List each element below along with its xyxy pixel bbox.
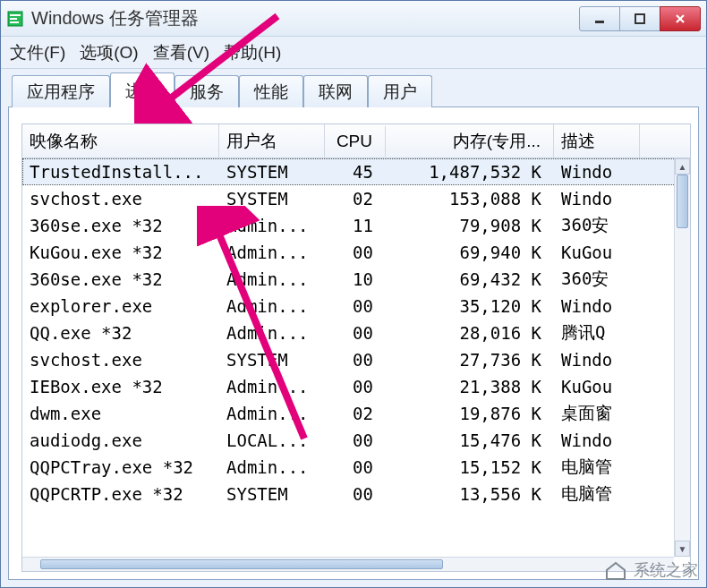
cell-desc: 360安 bbox=[554, 212, 640, 239]
col-user[interactable]: 用户名 bbox=[219, 124, 325, 158]
tab-performance[interactable]: 性能 bbox=[239, 75, 303, 107]
cell-user: Admin... bbox=[219, 321, 325, 345]
cell-img: IEBox.exe *32 bbox=[22, 375, 219, 398]
watermark: 系统之家 bbox=[603, 559, 698, 581]
scroll-down-icon[interactable]: ▼ bbox=[675, 541, 690, 557]
cell-desc: 腾讯Q bbox=[554, 320, 640, 346]
cell-desc: 电脑管 bbox=[554, 481, 640, 507]
cell-user: Admin... bbox=[219, 294, 325, 318]
cell-desc: Windo bbox=[554, 187, 640, 210]
menu-file[interactable]: 文件(F) bbox=[10, 41, 65, 64]
process-table: 映像名称 用户名 CPU 内存(专用... 描述 TrustedInstall.… bbox=[21, 124, 691, 572]
cell-desc: 电脑管 bbox=[554, 454, 640, 481]
table-row[interactable]: explorer.exeAdmin...0035,120 KWindo bbox=[22, 293, 690, 320]
table-row[interactable]: svchost.exeSYSTEM02153,088 KWindo bbox=[22, 185, 690, 212]
cell-user: SYSTEM bbox=[219, 160, 325, 183]
cell-mem: 1,487,532 K bbox=[386, 160, 554, 183]
menu-options[interactable]: 选项(O) bbox=[80, 41, 138, 64]
scroll-up-icon[interactable]: ▲ bbox=[675, 158, 690, 175]
cell-desc: KuGou bbox=[554, 375, 640, 398]
maximize-button[interactable] bbox=[619, 6, 660, 31]
table-row[interactable]: QQPCRTP.exe *32SYSTEM0013,556 K电脑管 bbox=[22, 481, 690, 507]
tab-applications[interactable]: 应用程序 bbox=[12, 75, 110, 107]
cell-mem: 19,876 K bbox=[386, 402, 554, 425]
cell-img: audiodg.exe bbox=[22, 429, 219, 452]
close-icon bbox=[674, 13, 686, 25]
hscroll-thumb[interactable] bbox=[40, 559, 443, 569]
cell-user: LOCAL... bbox=[219, 429, 325, 452]
minimize-icon bbox=[593, 13, 606, 25]
cell-img: svchost.exe bbox=[22, 187, 219, 210]
titlebar[interactable]: Windows 任务管理器 bbox=[1, 1, 706, 37]
svg-rect-5 bbox=[635, 14, 644, 23]
col-cpu[interactable]: CPU bbox=[325, 126, 386, 157]
cell-cpu: 00 bbox=[325, 456, 386, 479]
cell-img: 360se.exe *32 bbox=[22, 214, 219, 237]
svg-rect-4 bbox=[595, 21, 604, 23]
tab-services[interactable]: 服务 bbox=[175, 75, 239, 107]
close-button[interactable] bbox=[660, 6, 701, 31]
col-mem[interactable]: 内存(专用... bbox=[386, 124, 554, 158]
tab-body: 映像名称 用户名 CPU 内存(专用... 描述 TrustedInstall.… bbox=[8, 107, 699, 580]
window-buttons bbox=[580, 6, 701, 31]
menubar: 文件(F) 选项(O) 查看(V) 帮助(H) bbox=[1, 37, 706, 69]
cell-user: Admin... bbox=[219, 456, 325, 479]
tabstrip: 应用程序 进程 服务 性能 联网 用户 bbox=[8, 74, 699, 107]
content-area: 应用程序 进程 服务 性能 联网 用户 映像名称 用户名 CPU 内存(专用..… bbox=[1, 69, 706, 587]
cell-cpu: 00 bbox=[325, 375, 386, 398]
cell-user: SYSTEM bbox=[219, 348, 325, 371]
cell-mem: 28,016 K bbox=[386, 321, 554, 345]
table-body: TrustedInstall...SYSTEM451,487,532 KWind… bbox=[22, 158, 690, 571]
table-row[interactable]: audiodg.exeLOCAL...0015,476 KWindo bbox=[22, 427, 690, 454]
cell-cpu: 00 bbox=[325, 321, 386, 345]
cell-user: Admin... bbox=[219, 268, 325, 291]
task-manager-window: Windows 任务管理器 文件(F) 选项(O) 查看(V) 帮助(H) 应用… bbox=[0, 0, 707, 588]
cell-cpu: 00 bbox=[325, 429, 386, 452]
cell-img: QQPCRTP.exe *32 bbox=[22, 482, 219, 506]
tab-users[interactable]: 用户 bbox=[368, 75, 432, 107]
svg-rect-1 bbox=[10, 14, 21, 16]
cell-img: QQ.exe *32 bbox=[22, 321, 219, 345]
cell-desc: 桌面窗 bbox=[554, 400, 640, 427]
cell-desc: Windo bbox=[554, 348, 640, 371]
table-row[interactable]: 360se.exe *32Admin...1069,432 K360安 bbox=[22, 266, 690, 293]
tab-networking[interactable]: 联网 bbox=[303, 75, 368, 107]
cell-img: TrustedInstall... bbox=[22, 160, 219, 183]
app-icon bbox=[6, 10, 24, 28]
table-row[interactable]: 360se.exe *32Admin...1179,908 K360安 bbox=[22, 212, 690, 239]
table-row[interactable]: QQPCTray.exe *32Admin...0015,152 K电脑管 bbox=[22, 454, 690, 481]
cell-user: SYSTEM bbox=[219, 187, 325, 210]
cell-mem: 69,940 K bbox=[386, 241, 554, 264]
watermark-text: 系统之家 bbox=[634, 559, 698, 581]
table-row[interactable]: QQ.exe *32Admin...0028,016 K腾讯Q bbox=[22, 320, 690, 346]
cell-user: Admin... bbox=[219, 241, 325, 264]
cell-mem: 35,120 K bbox=[386, 294, 554, 318]
cell-mem: 21,388 K bbox=[386, 375, 554, 398]
col-image-name[interactable]: 映像名称 bbox=[22, 124, 219, 158]
cell-cpu: 00 bbox=[325, 348, 386, 371]
cell-img: svchost.exe bbox=[22, 348, 219, 371]
vscroll-thumb[interactable] bbox=[677, 175, 688, 228]
tab-processes[interactable]: 进程 bbox=[110, 72, 175, 107]
col-desc[interactable]: 描述 bbox=[554, 124, 640, 158]
cell-desc: Windo bbox=[554, 160, 640, 183]
table-row[interactable]: dwm.exeAdmin...0219,876 K桌面窗 bbox=[22, 400, 690, 427]
table-row[interactable]: TrustedInstall...SYSTEM451,487,532 KWind… bbox=[22, 158, 690, 185]
cell-img: 360se.exe *32 bbox=[22, 268, 219, 291]
table-row[interactable]: svchost.exeSYSTEM0027,736 KWindo bbox=[22, 346, 690, 373]
menu-view[interactable]: 查看(V) bbox=[153, 41, 209, 64]
cell-desc: 360安 bbox=[554, 266, 640, 293]
cell-user: Admin... bbox=[219, 402, 325, 425]
cell-user: Admin... bbox=[219, 214, 325, 237]
table-row[interactable]: IEBox.exe *32Admin...0021,388 KKuGou bbox=[22, 373, 690, 400]
cell-cpu: 00 bbox=[325, 241, 386, 264]
cell-mem: 27,736 K bbox=[386, 348, 554, 371]
table-row[interactable]: KuGou.exe *32Admin...0069,940 KKuGou bbox=[22, 239, 690, 266]
menu-help[interactable]: 帮助(H) bbox=[224, 41, 281, 64]
cell-desc: KuGou bbox=[554, 241, 640, 264]
cell-cpu: 45 bbox=[325, 160, 386, 183]
cell-img: explorer.exe bbox=[22, 294, 219, 318]
horizontal-scrollbar[interactable] bbox=[22, 557, 674, 571]
vertical-scrollbar[interactable]: ▲ ▼ bbox=[674, 158, 690, 557]
minimize-button[interactable] bbox=[579, 6, 620, 31]
